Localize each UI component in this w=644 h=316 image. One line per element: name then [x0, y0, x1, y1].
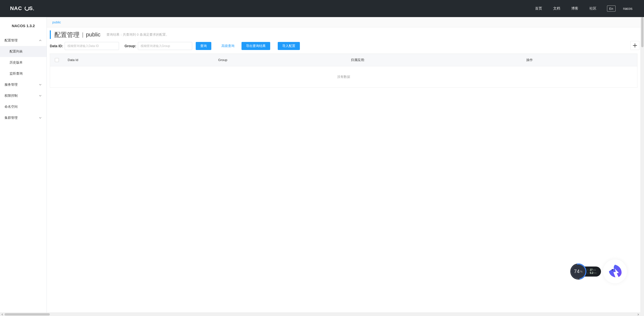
menu-listener[interactable]: 监听查询	[0, 68, 47, 79]
col-dataid: Data Id	[64, 54, 214, 66]
group-input[interactable]	[138, 42, 192, 50]
export-button[interactable]: 导出查询结果	[242, 42, 270, 50]
svg-text:NAC: NAC	[10, 5, 22, 11]
menu-label: 命名空间	[5, 104, 18, 109]
group-label: Group:	[125, 44, 136, 48]
h-scroll-thumb[interactable]	[5, 313, 50, 315]
chevron-down-icon	[38, 83, 42, 86]
result-summary: 查询结果：共查询到 0 条满足要求的配置。	[106, 32, 169, 37]
title-separator: |	[82, 31, 84, 38]
col-app: 归属应用:	[347, 54, 522, 66]
lang-toggle[interactable]: En	[607, 6, 616, 12]
page-namespace: public	[86, 31, 100, 38]
menu-config-mgmt[interactable]: 配置管理	[0, 35, 47, 46]
accent-bar	[50, 30, 51, 39]
horizontal-scrollbar[interactable]	[0, 312, 640, 316]
menu-history[interactable]: 历史版本	[0, 57, 47, 68]
advanced-search-link[interactable]: 高级查询	[221, 44, 234, 48]
svg-point-3	[33, 10, 34, 10]
sidebar-title: NACOS 1.3.2	[0, 17, 47, 35]
svg-point-1	[24, 6, 30, 11]
col-checkbox	[50, 54, 64, 66]
nav-blog[interactable]: 博客	[566, 6, 584, 11]
chevron-down-icon	[38, 94, 42, 97]
menu-label: 服务管理	[5, 82, 18, 87]
dataid-input[interactable]	[65, 42, 119, 50]
nav-home[interactable]: 首页	[530, 6, 548, 11]
nav-community[interactable]: 社区	[584, 6, 602, 11]
scroll-corner	[640, 312, 644, 316]
sidebar: NACOS 1.3.2 配置管理 配置列表 历史版本 监听查询 服务管理 权限控…	[0, 17, 47, 312]
menu-label: 集群管理	[5, 116, 18, 120]
menu-service-mgmt[interactable]: 服务管理	[0, 79, 47, 90]
main-content: public 配置管理 | public 查询结果：共查询到 0 条满足要求的配…	[47, 17, 640, 312]
page-heading: 配置管理 | public 查询结果：共查询到 0 条满足要求的配置。	[47, 27, 640, 41]
scroll-left-arrow[interactable]	[0, 313, 5, 316]
nav-docs[interactable]: 文档	[548, 6, 566, 11]
menu-namespace[interactable]: 命名空间	[0, 101, 47, 112]
chevron-down-icon	[38, 116, 42, 120]
menu-config-list[interactable]: 配置列表	[0, 46, 47, 57]
user-menu[interactable]: nacos	[621, 7, 634, 11]
namespace-tabs: public	[47, 17, 640, 27]
top-header: NACS 首页 文档 博客 社区 En nacos	[0, 0, 644, 17]
h-scroll-track[interactable]	[5, 313, 636, 316]
add-config-button[interactable]	[630, 41, 639, 50]
dataid-label: Data ID:	[50, 44, 63, 48]
import-button[interactable]: 导入配置	[278, 42, 300, 50]
menu-cluster[interactable]: 集群管理	[0, 112, 47, 123]
scroll-right-arrow[interactable]	[636, 313, 640, 316]
chevron-up-icon	[38, 39, 42, 42]
menu-label: 权限控制	[5, 93, 18, 98]
vertical-scrollbar[interactable]	[640, 17, 644, 312]
v-scroll-thumb[interactable]	[641, 17, 643, 47]
col-op: 操作	[522, 54, 637, 66]
config-table: Data Id Group 归属应用: 操作 没有数据	[50, 54, 637, 88]
plus-icon	[632, 43, 638, 48]
col-group: Group	[214, 54, 347, 66]
namespace-tab-public[interactable]: public	[50, 20, 63, 24]
search-bar: Data ID: Group: 查询 高级查询 导出查询结果 导入配置	[47, 41, 640, 54]
menu-auth[interactable]: 权限控制	[0, 90, 47, 101]
page-title: 配置管理	[54, 31, 79, 39]
brand-logo[interactable]: NACS	[10, 5, 34, 12]
table-header: Data Id Group 归属应用: 操作	[50, 54, 637, 66]
menu-label: 配置管理	[5, 38, 18, 43]
select-all-checkbox[interactable]	[55, 58, 59, 62]
table-empty: 没有数据	[50, 66, 637, 87]
query-button[interactable]: 查询	[196, 42, 211, 50]
svg-text:S: S	[29, 5, 33, 11]
